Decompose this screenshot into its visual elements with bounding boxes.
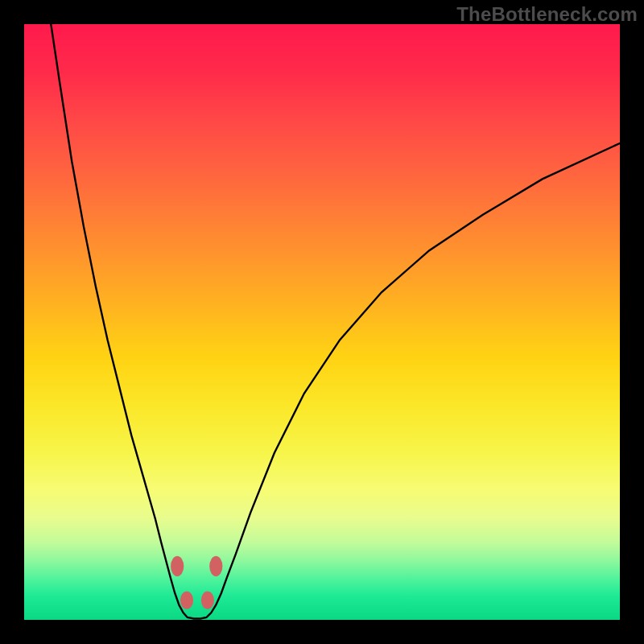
attribution-label: TheBottleneck.com — [456, 3, 638, 26]
gradient-plot-area — [24, 24, 620, 620]
